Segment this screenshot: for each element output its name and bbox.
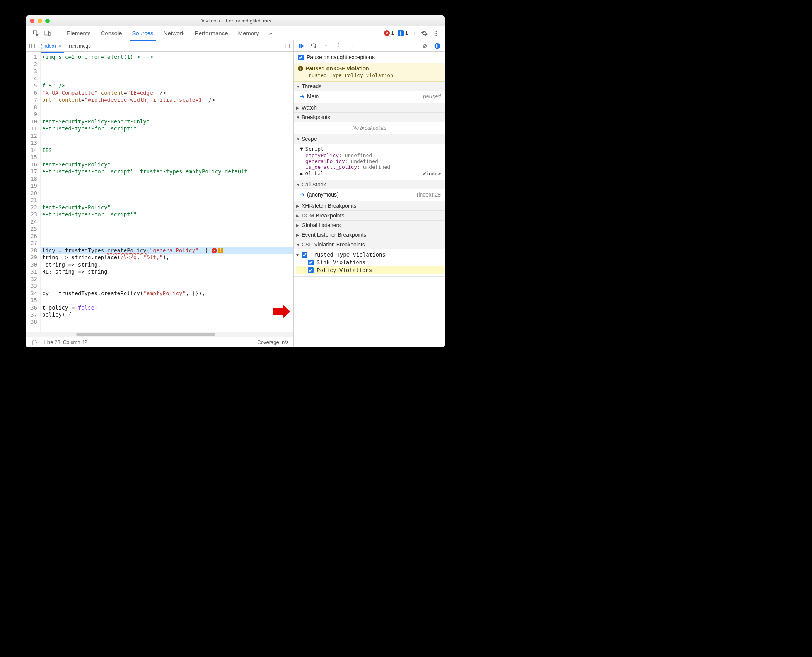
code-line[interactable]: string => string, (42, 261, 293, 269)
line-number[interactable]: 37 (26, 311, 37, 318)
code-line[interactable] (42, 233, 293, 240)
step-out-icon[interactable] (334, 42, 343, 50)
tabs-overflow-button[interactable]: » (268, 28, 273, 38)
line-number[interactable]: 18 (26, 175, 37, 183)
line-number[interactable]: 32 (26, 275, 37, 283)
callstack-header[interactable]: ▼Call Stack (294, 180, 445, 189)
code-line[interactable]: policy) { (42, 311, 293, 318)
tab-sources[interactable]: Sources (131, 28, 154, 38)
code-line[interactable] (42, 318, 293, 326)
window-minimize-button[interactable] (38, 19, 42, 23)
csp-sink-row[interactable]: Sink Violations (296, 258, 445, 266)
code-line[interactable] (42, 218, 293, 226)
code-line[interactable] (42, 154, 293, 161)
tab-memory[interactable]: Memory (237, 28, 260, 38)
line-number[interactable]: 3 (26, 68, 37, 75)
line-number[interactable]: 20 (26, 190, 37, 197)
scope-header[interactable]: ▼Scope (294, 134, 445, 144)
code-line[interactable] (42, 132, 293, 140)
code-line[interactable] (42, 275, 293, 283)
line-number[interactable]: 16 (26, 161, 37, 168)
event-listener-breakpoints-header[interactable]: ▶Event Listener Breakpoints (294, 230, 445, 240)
code-line[interactable] (42, 182, 293, 190)
code-line[interactable] (42, 225, 293, 233)
issues-counter[interactable]: ❙1 (398, 30, 408, 36)
tab-console[interactable]: Console (100, 28, 123, 38)
line-number[interactable]: 5 (26, 82, 37, 89)
kebab-menu-icon[interactable] (432, 29, 440, 37)
code-line[interactable] (42, 139, 293, 147)
code-line[interactable]: cy = trustedTypes.createPolicy("emptyPol… (42, 290, 293, 297)
line-number[interactable]: 17 (26, 168, 37, 175)
resume-icon[interactable] (297, 42, 305, 50)
line-number[interactable]: 7 (26, 96, 37, 104)
run-snippet-icon[interactable] (283, 42, 291, 50)
line-number[interactable]: 13 (26, 139, 37, 147)
code-line[interactable]: tent-Security-Policy" (42, 161, 293, 168)
line-number[interactable]: 21 (26, 197, 37, 204)
step-over-icon[interactable] (309, 42, 318, 50)
line-number[interactable]: 30 (26, 261, 37, 269)
code-line[interactable] (42, 190, 293, 197)
line-number[interactable]: 26 (26, 233, 37, 240)
line-number[interactable]: 9 (26, 111, 37, 118)
code-line[interactable] (42, 104, 293, 111)
thread-main[interactable]: Main (307, 93, 319, 99)
line-number[interactable]: 25 (26, 225, 37, 233)
pause-caught-checkbox[interactable] (298, 55, 304, 60)
scope-variable[interactable]: is_default_policy: undefined (300, 164, 441, 170)
code-content[interactable]: <img src=1 onerror='alert(1)'> -->f-8" /… (41, 52, 293, 337)
code-line[interactable]: f-8" /> (42, 82, 293, 89)
line-number[interactable]: 11 (26, 125, 37, 132)
line-number[interactable]: 24 (26, 218, 37, 226)
scope-variable[interactable]: emptyPolicy: undefined (300, 152, 441, 158)
line-number[interactable]: 22 (26, 204, 37, 211)
line-number[interactable]: 4 (26, 75, 37, 82)
code-line[interactable] (42, 240, 293, 247)
line-number[interactable]: 19 (26, 182, 37, 190)
csp-policy-checkbox[interactable] (308, 267, 314, 273)
code-line[interactable] (42, 282, 293, 290)
step-icon[interactable] (346, 42, 355, 50)
pretty-print-icon[interactable]: { } (31, 339, 38, 346)
line-number[interactable]: 36 (26, 304, 37, 311)
code-line[interactable]: e-trusted-types-for 'script'" (42, 125, 293, 132)
device-toggle-icon[interactable] (44, 29, 51, 37)
callstack-frame[interactable]: (anonymous) (307, 192, 339, 198)
code-line[interactable]: tent-Security-Policy" (42, 204, 293, 211)
code-line[interactable]: IES (42, 147, 293, 154)
horizontal-scrollbar[interactable] (26, 332, 293, 337)
code-line[interactable]: <img src=1 onerror='alert(1)'> --> (42, 53, 293, 61)
code-line[interactable]: RL: string => string (42, 268, 293, 275)
code-line[interactable]: tring => string.replace(/\</g, "&lt;"), (42, 254, 293, 261)
code-line[interactable]: e-trusted-types-for 'script'; trusted-ty… (42, 168, 293, 175)
error-counter[interactable]: ✕1 (384, 30, 394, 36)
line-number[interactable]: 10 (26, 118, 37, 125)
xhr-breakpoints-header[interactable]: ▶XHR/fetch Breakpoints (294, 201, 445, 210)
scope-global[interactable]: ▶GlobalWindow (300, 170, 441, 177)
code-line[interactable] (42, 68, 293, 75)
navigator-toggle-icon[interactable] (28, 42, 36, 50)
line-number[interactable]: 29 (26, 254, 37, 261)
pause-exceptions-icon[interactable] (433, 42, 442, 50)
code-line[interactable]: tent-Security-Policy-Report-Only" (42, 118, 293, 125)
code-line[interactable] (42, 61, 293, 68)
dom-breakpoints-header[interactable]: ▶DOM Breakpoints (294, 211, 445, 220)
line-number[interactable]: 33 (26, 282, 37, 290)
line-number[interactable]: 35 (26, 297, 37, 304)
scope-script[interactable]: ▼Script (300, 145, 441, 152)
csp-violation-breakpoints-header[interactable]: ▼CSP Violation Breakpoints (294, 240, 445, 249)
tab-network[interactable]: Network (163, 28, 186, 38)
breakpoints-header[interactable]: ▼Breakpoints (294, 113, 445, 122)
code-line[interactable]: "X-UA-Compatible" content="IE=edge" /> (42, 89, 293, 97)
settings-gear-icon[interactable] (421, 29, 428, 37)
tab-performance[interactable]: Performance (194, 28, 229, 38)
code-line[interactable] (42, 111, 293, 118)
step-into-icon[interactable] (322, 42, 330, 50)
code-line[interactable] (42, 197, 293, 204)
deactivate-breakpoints-icon[interactable] (421, 42, 429, 50)
line-number[interactable]: 23 (26, 211, 37, 218)
scope-variable[interactable]: generalPolicy: undefined (300, 158, 441, 164)
watch-header[interactable]: ▶Watch (294, 103, 445, 112)
tab-elements[interactable]: Elements (66, 28, 92, 38)
